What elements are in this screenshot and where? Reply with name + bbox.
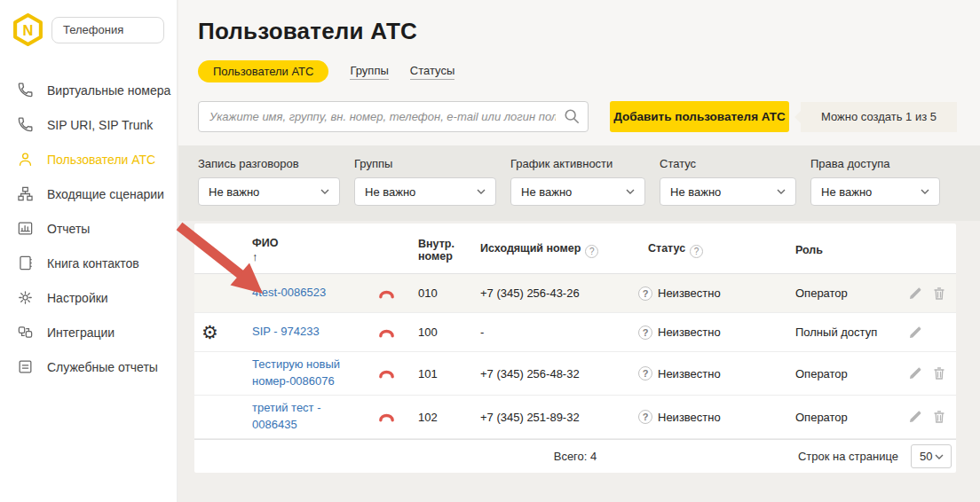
rows-per-page-select[interactable]: 50	[911, 444, 952, 468]
delete-icon[interactable]	[932, 410, 946, 424]
tab-groups[interactable]: Группы	[350, 64, 388, 80]
call-declined-icon	[378, 287, 395, 300]
status-unknown-icon: ?	[638, 410, 652, 424]
call-declined-icon	[378, 326, 395, 339]
table-row[interactable]: ⚙ третий тест - 0086435 102 +7 (345) 251…	[194, 396, 956, 439]
sidebar-item-label: Настройки	[47, 291, 108, 305]
sidebar-item-5[interactable]: Отчеты	[0, 211, 177, 246]
user-name-link[interactable]: Тестирую новый номер-0086076	[252, 353, 366, 394]
sidebar-nav: Виртуальные номера SIP URI, SIP Trunk По…	[0, 73, 177, 384]
sidebar-item-3[interactable]: Пользователи АТС	[0, 142, 177, 176]
filter-group: Группы Не важно	[354, 157, 496, 221]
sidebar-item-9[interactable]: Служебные отчеты	[0, 349, 177, 384]
help-icon[interactable]: ?	[585, 245, 598, 258]
outgoing-number: +7 (345) 256-43-26	[470, 286, 632, 300]
add-user-button[interactable]: Добавить пользователя АТС	[610, 101, 789, 132]
chevron-down-icon	[476, 186, 486, 197]
sidebar-item-label: Книга контактов	[47, 256, 139, 271]
sidebar-item-4[interactable]: Входящие сценарии	[0, 176, 177, 211]
filter-dropdown[interactable]: Не важно	[660, 177, 796, 206]
filter-dropdown[interactable]: Не важно	[198, 177, 340, 206]
sidebar-item-7[interactable]: Настройки	[0, 280, 177, 315]
tabs: Пользователи АТС Группы Статусы	[198, 60, 980, 82]
status-unknown-icon: ?	[638, 286, 652, 301]
table-row[interactable]: ⚙ SIP - 974233 100 - ?Неизвестно Полный …	[194, 313, 956, 352]
table-row[interactable]: ⚙ Тестирую новый номер-0086076 101 +7 (3…	[194, 352, 956, 396]
delete-icon[interactable]	[932, 366, 946, 380]
sidebar-item-1[interactable]: Виртуальные номера	[0, 73, 177, 107]
help-icon[interactable]: ?	[690, 245, 703, 258]
page-header: Пользователи АТС Пользователи АТС Группы…	[178, 0, 980, 145]
user-role: Полный доступ	[795, 326, 906, 339]
user-name-link[interactable]: третий тест - 0086435	[252, 396, 366, 437]
app-window: N Телефония Виртуальные номера SIP URI, …	[0, 0, 980, 502]
brand-logo-icon: N	[12, 13, 44, 46]
users-table: ФИО↑ Внутр. номер Исходящий номер? Стату…	[194, 224, 956, 473]
quota-note: Можно создать 1 из 5	[801, 102, 957, 132]
edit-icon[interactable]	[908, 326, 922, 340]
chart-icon	[16, 220, 34, 238]
filter-label: Статус	[660, 157, 796, 170]
book-icon	[16, 255, 34, 272]
rows-per-page-label: Строк на странице	[798, 450, 898, 463]
user-role: Оператор	[795, 286, 906, 300]
workspace-selector[interactable]: Телефония	[51, 17, 164, 43]
delete-icon[interactable]	[932, 286, 946, 301]
call-declined-icon	[378, 411, 395, 423]
col-fio[interactable]: ФИО↑	[242, 233, 371, 263]
filter-dropdown[interactable]: Не важно	[810, 177, 940, 206]
tab-pbx-users[interactable]: Пользователи АТС	[198, 60, 328, 82]
col-ext: Внутр. номер	[408, 234, 470, 263]
sidebar-item-label: Служебные отчеты	[47, 360, 158, 374]
table-header: ФИО↑ Внутр. номер Исходящий номер? Стату…	[194, 224, 956, 274]
sidebar-item-8[interactable]: Интеграции	[0, 315, 177, 349]
status-text: Неизвестно	[658, 411, 721, 424]
search-icon[interactable]	[564, 108, 580, 124]
sidebar-item-label: Виртуальные номера	[47, 83, 170, 98]
table-footer: Всего: 4 Строк на странице 50	[194, 439, 956, 473]
main-area: Пользователи АТС Пользователи АТС Группы…	[178, 0, 980, 502]
filter-dropdown[interactable]: Не важно	[510, 177, 645, 206]
filter-band: Запись разговоров Не важно Группы Не важ…	[178, 145, 980, 221]
sidebar-item-label: Отчеты	[47, 222, 90, 236]
sidebar-item-label: SIP URI, SIP Trunk	[47, 118, 153, 132]
user-name-link[interactable]: 4test-0086523	[252, 281, 326, 305]
search-input[interactable]	[198, 101, 589, 132]
status-text: Неизвестно	[658, 286, 721, 300]
outgoing-number: +7 (345) 251-89-32	[470, 411, 632, 424]
sidebar-item-6[interactable]: Книга контактов	[0, 246, 177, 280]
chevron-down-icon	[920, 186, 930, 197]
status-text: Неизвестно	[658, 326, 721, 339]
call-declined-icon	[378, 367, 395, 380]
sip-device-icon: ⚙	[194, 322, 218, 342]
edit-icon[interactable]	[908, 410, 922, 424]
sitemap-icon	[16, 185, 34, 203]
user-role: Оператор	[795, 367, 906, 380]
rows-per-page: Строк на странице 50	[798, 444, 956, 468]
sidebar-item-label: Входящие сценарии	[47, 187, 164, 201]
filter-label: Права доступа	[810, 157, 940, 170]
tab-statuses[interactable]: Статусы	[410, 64, 454, 80]
content: ФИО↑ Внутр. номер Исходящий номер? Стату…	[178, 221, 980, 473]
report-icon	[16, 358, 34, 376]
user-name-link[interactable]: SIP - 974233	[252, 320, 320, 344]
filter-dropdown[interactable]: Не важно	[354, 177, 496, 206]
chevron-down-icon	[776, 186, 786, 197]
brand-area: N Телефония	[0, 0, 177, 46]
sidebar: N Телефония Виртуальные номера SIP URI, …	[0, 0, 178, 502]
outgoing-number: -	[470, 326, 632, 339]
col-role: Роль	[795, 240, 906, 256]
toolbar: Добавить пользователя АТС Можно создать …	[198, 101, 980, 132]
filter-group: Запись разговоров Не важно	[198, 157, 340, 221]
table-row[interactable]: ⚙ 4test-0086523 010 +7 (345) 256-43-26 ?…	[194, 274, 956, 313]
sort-asc-icon[interactable]: ↑	[252, 250, 366, 263]
col-status: Статус?	[632, 239, 795, 258]
extension-number: 100	[408, 326, 470, 339]
extension-number: 010	[408, 286, 470, 300]
filter-label: Запись разговоров	[198, 157, 340, 170]
sidebar-item-2[interactable]: SIP URI, SIP Trunk	[0, 107, 177, 142]
status-unknown-icon: ?	[638, 326, 652, 340]
edit-icon[interactable]	[908, 366, 922, 380]
edit-icon[interactable]	[908, 286, 922, 301]
page-title: Пользователи АТС	[198, 18, 980, 45]
